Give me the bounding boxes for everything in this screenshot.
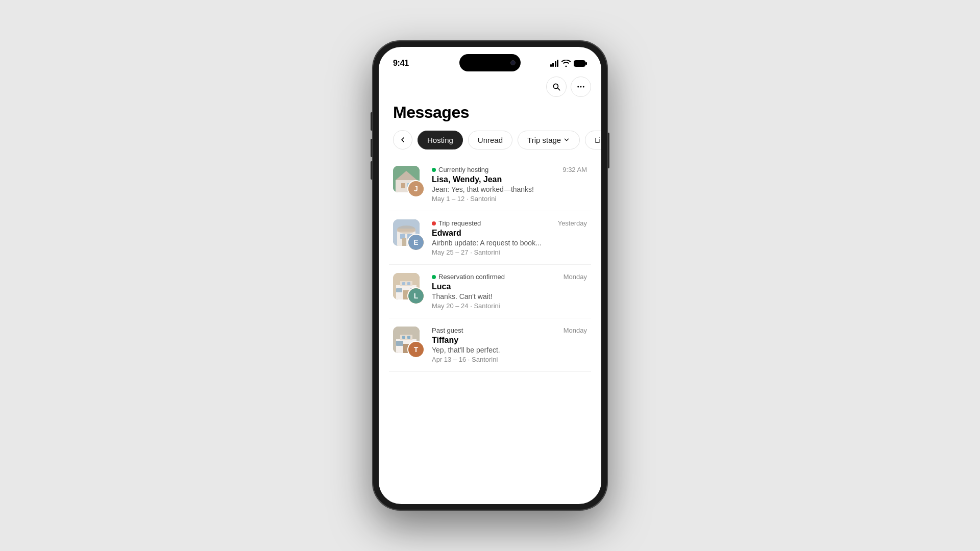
page-title: Messages [379, 99, 601, 130]
message-body: Reservation confirmed Monday Luca Thanks… [432, 273, 587, 310]
avatar-secondary: J [407, 180, 425, 197]
message-sender: Lisa, Wendy, Jean [432, 175, 587, 184]
status-label: Trip requested [432, 219, 481, 227]
message-dates: May 1 – 12 · Santorini [432, 195, 587, 203]
battery-icon [574, 60, 587, 67]
avatar-secondary: E [407, 234, 425, 251]
tab-trip-stage[interactable]: Trip stage [518, 131, 580, 149]
message-meta: Reservation confirmed Monday [432, 273, 587, 281]
message-body: Currently hosting 9:32 AM Lisa, Wendy, J… [432, 166, 587, 203]
status-icons [550, 60, 587, 67]
message-preview: Airbnb update: A request to book... [432, 239, 587, 247]
status-dot-green [432, 275, 436, 279]
screen-content: Messages Hosting Unread Trip stage [379, 72, 601, 504]
svg-rect-27 [407, 282, 410, 285]
message-preview: Yep, that'll be perfect. [432, 346, 587, 354]
svg-rect-37 [396, 341, 403, 346]
message-meta: Trip requested Yesterday [432, 219, 587, 227]
signal-bar-2 [552, 63, 554, 67]
svg-point-5 [580, 86, 582, 88]
svg-rect-21 [402, 238, 406, 246]
svg-point-2 [553, 84, 558, 88]
avatar-secondary: L [407, 287, 425, 305]
message-item[interactable]: E Trip requested Yesterday Edward Airb [389, 211, 591, 265]
wifi-icon [561, 60, 571, 67]
avatar-stack: J [393, 166, 425, 197]
svg-rect-35 [407, 336, 410, 339]
tab-listing[interactable]: Listi... [585, 131, 601, 149]
back-button[interactable] [393, 130, 412, 149]
svg-rect-10 [401, 183, 405, 188]
dynamic-island [459, 54, 521, 71]
search-button[interactable] [546, 77, 567, 97]
signal-bar-4 [557, 60, 558, 67]
svg-rect-1 [585, 62, 587, 65]
filter-tabs: Hosting Unread Trip stage Listi... [379, 130, 601, 158]
user-avatar: T [408, 342, 424, 357]
message-item[interactable]: J Currently hosting 9:32 AM Lisa, Wendy,… [389, 158, 591, 211]
message-time: Monday [564, 327, 587, 334]
camera-dot [510, 60, 516, 65]
tab-hosting[interactable]: Hosting [418, 131, 463, 149]
message-time: 9:32 AM [562, 166, 587, 173]
message-list: J Currently hosting 9:32 AM Lisa, Wendy,… [379, 158, 601, 372]
avatar-stack: E [393, 219, 425, 251]
status-dot-green [432, 168, 436, 172]
ellipsis-icon [576, 82, 585, 91]
message-time: Yesterday [558, 219, 587, 227]
svg-point-6 [583, 86, 584, 88]
message-item[interactable]: T Past guest Monday Tiffany Yep, that'll… [389, 318, 591, 372]
avatar-secondary: T [407, 341, 425, 358]
signal-bar-1 [550, 64, 552, 67]
message-dates: Apr 13 – 16 · Santorini [432, 356, 587, 363]
svg-rect-26 [402, 282, 405, 285]
status-label: Past guest [432, 327, 463, 334]
search-icon [552, 82, 561, 91]
message-preview: Thanks. Can't wait! [432, 292, 587, 300]
message-body: Trip requested Yesterday Edward Airbnb u… [432, 219, 587, 256]
chevron-down-icon [563, 136, 570, 143]
signal-icon [550, 60, 559, 67]
status-label: Reservation confirmed [432, 273, 505, 281]
svg-rect-33 [400, 335, 412, 340]
avatar-stack: T [393, 327, 425, 358]
back-arrow-icon [399, 136, 407, 144]
user-avatar: E [408, 235, 424, 250]
message-time: Monday [564, 273, 587, 281]
phone-device: 9:41 [373, 41, 607, 510]
svg-rect-0 [574, 60, 585, 66]
status-label: Currently hosting [432, 166, 488, 173]
message-sender: Edward [432, 229, 587, 238]
avatar-stack: L [393, 273, 425, 305]
message-sender: Luca [432, 282, 587, 291]
message-sender: Tiffany [432, 336, 587, 345]
message-meta: Currently hosting 9:32 AM [432, 166, 587, 173]
svg-point-4 [577, 86, 579, 88]
message-dates: May 20 – 24 · Santorini [432, 302, 587, 310]
tab-unread[interactable]: Unread [468, 131, 512, 149]
signal-bar-3 [555, 61, 556, 67]
svg-rect-25 [400, 281, 412, 286]
svg-point-22 [397, 226, 415, 234]
message-item[interactable]: L Reservation confirmed Monday Luca Th [389, 265, 591, 318]
status-dot-red [432, 221, 436, 226]
status-time: 9:41 [393, 59, 409, 68]
svg-rect-29 [396, 288, 402, 292]
phone-screen: 9:41 [379, 47, 601, 504]
message-dates: May 25 – 27 · Santorini [432, 248, 587, 256]
more-options-button[interactable] [571, 77, 591, 97]
header-actions [379, 72, 601, 99]
user-avatar: J [408, 181, 424, 196]
svg-line-3 [558, 88, 560, 90]
message-meta: Past guest Monday [432, 327, 587, 334]
svg-rect-34 [402, 336, 405, 339]
message-body: Past guest Monday Tiffany Yep, that'll b… [432, 327, 587, 363]
user-avatar: L [408, 288, 424, 304]
message-preview: Jean: Yes, that worked—thanks! [432, 185, 587, 193]
